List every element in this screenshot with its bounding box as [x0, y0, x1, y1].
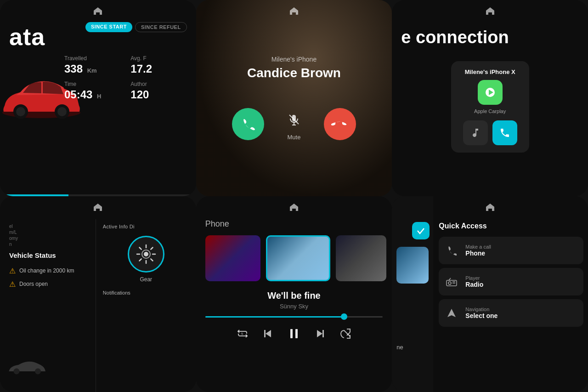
album-art-1[interactable]: [205, 235, 260, 281]
call-decline-button[interactable]: [324, 108, 356, 140]
quick-right-panel: Quick Access Make a call Phone: [433, 196, 588, 392]
home-icon[interactable]: [485, 6, 495, 16]
svg-marker-15: [266, 330, 271, 337]
quick-item-navigation[interactable]: Navigation Select one: [439, 299, 583, 327]
quick-item-radio[interactable]: Player Radio: [439, 268, 583, 295]
svg-point-22: [448, 282, 451, 284]
panel-trip: ata SINCE START SINCE REFUEL: [0, 0, 196, 196]
quick-left-label: ne: [396, 344, 403, 351]
stat-travelled: Travelled 338 Km: [64, 55, 125, 75]
tab-since-start[interactable]: SINCE START: [85, 22, 132, 32]
music-progress-track[interactable]: [205, 316, 383, 318]
home-icon[interactable]: [485, 203, 495, 212]
panel-call: Milene's iPhone Candice Brown: [196, 0, 392, 196]
svg-marker-19: [317, 330, 322, 337]
quick-access-title: Quick Access: [439, 222, 583, 230]
svg-point-2: [16, 107, 25, 116]
quick-item-call-text: Make a call Phone: [465, 244, 491, 257]
shuffle-button[interactable]: [339, 328, 351, 342]
music-header: Phone: [196, 219, 392, 229]
stat-avg-fuel: Avg. F 17.2: [130, 55, 191, 75]
call-answer-button[interactable]: [232, 108, 264, 140]
call-device-name: Milene's iPhone: [271, 56, 317, 63]
car-silhouette: [5, 353, 51, 383]
mute-label: Mute: [288, 134, 301, 141]
phone-icon: [443, 242, 460, 259]
home-icon[interactable]: [93, 6, 103, 16]
connection-title: e connection: [401, 23, 579, 47]
call-caller-name: Candice Brown: [247, 66, 341, 80]
quick-left-panel: ne: [392, 196, 433, 392]
quick-item-radio-text: Player Radio: [465, 275, 483, 288]
call-content: Milene's iPhone Candice Brown: [196, 0, 392, 196]
panel-vehicle-status: el m/L omy n Vehicle Status ⚠ Oil change…: [0, 196, 196, 392]
vehicle-status-title: Vehicle Status: [9, 251, 96, 259]
quick-item-call[interactable]: Make a call Phone: [439, 237, 583, 264]
warning-doors-open: ⚠ Doors open: [9, 280, 96, 289]
album-art-3[interactable]: [336, 235, 386, 281]
quick-item-nav-text: Navigation Select one: [465, 307, 498, 319]
trip-stats: Travelled 338 Km Avg. F 17.2 Time 05:43 …: [64, 55, 196, 101]
stat-author: Author 120: [130, 81, 191, 101]
gear-circle: [128, 236, 164, 273]
music-controls: 5: [196, 327, 392, 353]
call-action-buttons: Mute: [232, 108, 356, 141]
notifications-title: Notifications: [103, 290, 189, 295]
connection-actions: [463, 120, 517, 145]
svg-point-11: [35, 369, 41, 375]
check-button[interactable]: [412, 222, 430, 239]
doors-open-text: Doors open: [19, 281, 48, 287]
music-phone-label: Phone: [205, 219, 383, 229]
repeat-button[interactable]: 5: [237, 328, 249, 342]
panel-quick-access: ne Quick Access Make a call Phone: [392, 196, 588, 392]
svg-rect-18: [295, 329, 298, 338]
song-artist: Sünny Sky: [196, 303, 392, 310]
stat-time: Time 05:43 H: [64, 81, 125, 101]
panel-connection: e connection Milene's iPhone X Apple Car…: [392, 0, 588, 196]
pause-button[interactable]: [287, 327, 301, 344]
navigation-icon: [443, 305, 460, 321]
previous-button[interactable]: [262, 328, 273, 342]
svg-rect-20: [322, 330, 324, 337]
home-icon[interactable]: [289, 203, 299, 212]
connection-card: Milene's iPhone X Apple Carplay: [451, 61, 529, 153]
radio-icon: [443, 273, 460, 290]
warning-icon-oil: ⚠: [9, 267, 16, 275]
album-carousel: [196, 235, 392, 281]
warning-icon-doors: ⚠: [9, 280, 16, 289]
music-action-button[interactable]: [463, 120, 488, 145]
carplay-icon: [478, 80, 503, 105]
stat-el: el: [9, 224, 96, 229]
warning-oil-change: ⚠ Oil change in 2000 km: [9, 267, 96, 275]
gear-label: Gear: [103, 276, 189, 283]
quick-left-album-preview: [396, 247, 429, 284]
album-art-2[interactable]: [266, 235, 330, 281]
stat-ml: m/L: [9, 230, 96, 235]
stat-omy: omy: [9, 236, 96, 241]
svg-point-10: [14, 369, 20, 375]
connection-device-name: Milene's iPhone X: [465, 68, 515, 75]
svg-point-12: [144, 252, 148, 256]
home-icon[interactable]: [289, 6, 299, 16]
oil-change-text: Oil change in 2000 km: [19, 267, 74, 274]
trip-tabs: SINCE START SINCE REFUEL: [85, 22, 187, 32]
music-progress-fill: [205, 316, 344, 318]
svg-marker-25: [447, 309, 456, 317]
active-info-title: Active Info Di: [103, 224, 189, 229]
svg-text:5: 5: [241, 332, 243, 336]
song-title: We'll be fine: [196, 290, 392, 301]
svg-rect-17: [290, 329, 293, 338]
svg-rect-16: [264, 330, 266, 337]
next-button[interactable]: [315, 328, 326, 342]
tab-since-refuel[interactable]: SINCE REFUEL: [135, 22, 187, 32]
mute-control[interactable]: Mute: [283, 108, 305, 141]
panel-music-player: Phone We'll be fine Sünny Sky 5: [196, 196, 392, 392]
phone-action-button[interactable]: [492, 120, 517, 145]
music-progress-handle[interactable]: [341, 313, 347, 320]
carplay-label: Apple Carplay: [474, 108, 506, 114]
svg-point-4: [57, 107, 67, 116]
mute-icon: [283, 108, 305, 131]
home-icon[interactable]: [93, 203, 103, 212]
stat-n: n: [9, 242, 96, 247]
